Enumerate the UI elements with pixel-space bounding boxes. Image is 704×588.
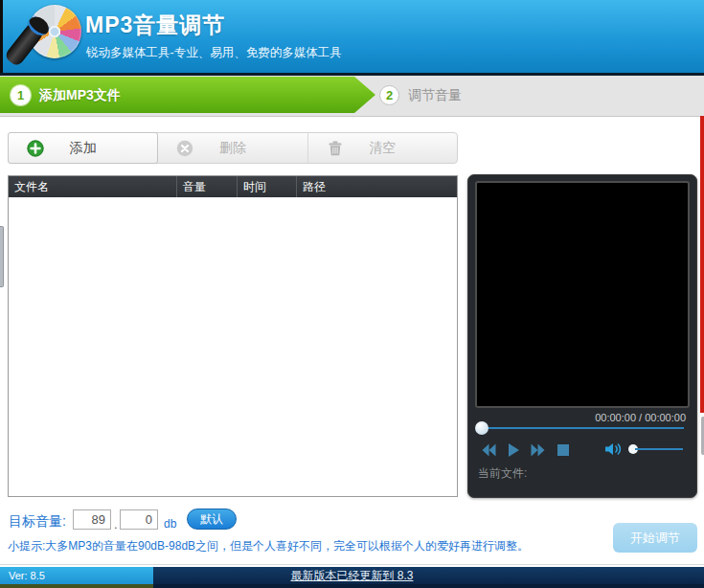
trash-icon bbox=[327, 140, 344, 157]
bottom-strip-left bbox=[0, 584, 153, 588]
target-volume-label: 目标音量: bbox=[9, 513, 66, 531]
step-tab-adjust-volume[interactable]: 2 调节音量 bbox=[374, 77, 704, 114]
column-header-path[interactable]: 路径 bbox=[297, 176, 457, 197]
stop-button[interactable] bbox=[555, 441, 572, 459]
file-list-area[interactable] bbox=[9, 197, 457, 496]
right-edge-red-line bbox=[700, 116, 704, 413]
default-button[interactable]: 默认 bbox=[187, 509, 237, 530]
time-display: 00:00:00 / 00:00:00 bbox=[595, 412, 686, 423]
step-bar: 1 添加MP3文件 2 调节音量 bbox=[0, 76, 704, 117]
update-version-link[interactable]: 最新版本已经更新到 8.3 bbox=[0, 567, 704, 584]
status-bar: Ver: 8.5 最新版本已经更新到 8.3 bbox=[0, 567, 704, 584]
file-table-header: 文件名 音量 时间 路径 bbox=[9, 176, 457, 197]
side-panel-handle[interactable] bbox=[0, 226, 4, 287]
x-circle-icon bbox=[176, 140, 193, 157]
window-edge-strip bbox=[0, 0, 3, 73]
volume-slider-track[interactable] bbox=[635, 448, 683, 450]
step-2-label: 调节音量 bbox=[408, 87, 462, 104]
step-1-number: 1 bbox=[11, 85, 31, 105]
fast-forward-button[interactable] bbox=[530, 441, 547, 459]
add-button[interactable]: 添加 bbox=[8, 132, 158, 164]
delete-button-label: 删除 bbox=[219, 140, 246, 157]
column-header-volume[interactable]: 音量 bbox=[177, 176, 238, 197]
player-panel: 00:00:00 / 00:00:00 当前文件: bbox=[467, 174, 697, 498]
delete-button[interactable]: 删除 bbox=[158, 133, 307, 163]
step-2-number: 2 bbox=[379, 85, 399, 105]
playback-controls bbox=[480, 441, 572, 460]
app-title: MP3音量调节 bbox=[85, 11, 225, 40]
header: MP3音量调节 锐动多媒体工具-专业、易用、免费的多媒体工具 bbox=[0, 0, 704, 76]
plus-circle-icon bbox=[27, 140, 44, 157]
add-button-label: 添加 bbox=[70, 140, 97, 157]
progress-slider-thumb[interactable] bbox=[475, 421, 488, 435]
column-header-filename[interactable]: 文件名 bbox=[9, 176, 177, 197]
db-unit-label: db bbox=[164, 517, 176, 531]
clear-button[interactable]: 清空 bbox=[307, 133, 457, 163]
progress-slider-track[interactable] bbox=[478, 427, 684, 429]
step-tab-add-files[interactable]: 1 添加MP3文件 bbox=[0, 77, 375, 113]
app-logo-icon bbox=[9, 3, 83, 72]
step-1-label: 添加MP3文件 bbox=[39, 87, 121, 104]
file-table: 文件名 音量 时间 路径 bbox=[8, 175, 458, 497]
rewind-button[interactable] bbox=[480, 441, 497, 459]
speaker-icon[interactable] bbox=[603, 441, 625, 458]
tip-text: 小提示:大多MP3的音量在90dB-98dB之间，但是个人喜好不同，完全可以根据… bbox=[8, 538, 592, 554]
video-preview bbox=[475, 181, 690, 408]
play-button[interactable] bbox=[505, 441, 522, 459]
target-volume-int-input[interactable] bbox=[73, 509, 111, 530]
decimal-separator: . bbox=[114, 517, 118, 531]
app-subtitle: 锐动多媒体工具-专业、易用、免费的多媒体工具 bbox=[86, 45, 342, 61]
start-adjust-button[interactable]: 开始调节 bbox=[613, 523, 697, 553]
app-window: MP3音量调节 锐动多媒体工具-专业、易用、免费的多媒体工具 1 添加MP3文件… bbox=[0, 0, 704, 588]
bottom-strip-right bbox=[153, 584, 704, 588]
target-volume-dec-input[interactable] bbox=[120, 509, 158, 530]
column-header-time[interactable]: 时间 bbox=[238, 176, 297, 197]
clear-button-label: 清空 bbox=[369, 140, 396, 157]
toolbar: 添加 删除 清空 bbox=[8, 132, 458, 164]
current-file-label: 当前文件: bbox=[478, 465, 527, 482]
